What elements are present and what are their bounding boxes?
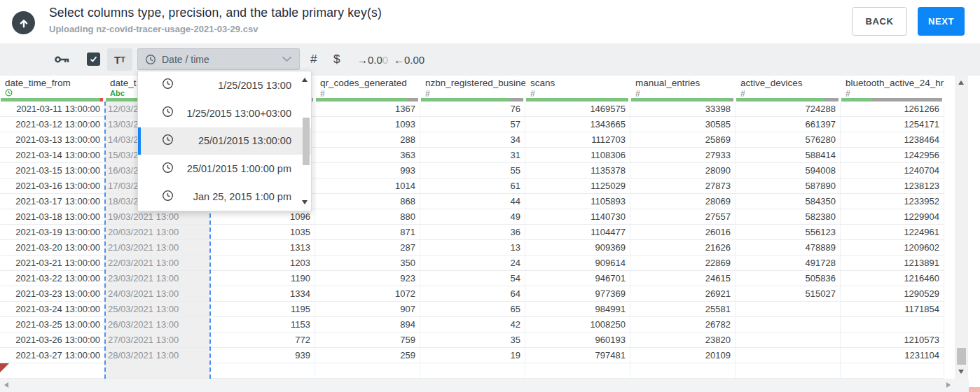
table-cell: 64 bbox=[420, 286, 525, 302]
table-cell bbox=[420, 363, 525, 379]
table-cell: 946701 bbox=[525, 271, 630, 286]
table-row bbox=[0, 363, 944, 379]
table-cell: 76 bbox=[420, 102, 525, 117]
primary-key-icon[interactable] bbox=[55, 43, 70, 76]
table-cell: 923 bbox=[315, 271, 420, 286]
datetime-column-icon bbox=[5, 89, 13, 98]
table-cell: 65 bbox=[420, 302, 525, 317]
table-cell bbox=[736, 348, 841, 363]
pad-decimals-left-button[interactable]: ←0.00 bbox=[394, 43, 425, 76]
pad-decimals-right-button[interactable]: →0.00 bbox=[357, 43, 388, 76]
table-cell: 556123 bbox=[736, 225, 841, 240]
page-title: Select columns type, precision, and the … bbox=[49, 6, 382, 20]
table-cell: 1195 bbox=[210, 302, 315, 317]
menu-scroll-up-arrow[interactable] bbox=[302, 78, 308, 82]
table-cell: 907 bbox=[315, 302, 420, 317]
table-cell: 977369 bbox=[525, 286, 630, 302]
table-row: 2021-03-23 13:00:0024/03/2021 13:0013341… bbox=[0, 286, 944, 302]
table-cell: 478889 bbox=[736, 240, 841, 255]
datetime-format-option[interactable]: 1/25/2015 13:00+03:00 bbox=[138, 99, 311, 127]
table-cell: 2021-03-22 13:00:00 bbox=[0, 271, 105, 286]
datetime-format-option[interactable]: Jan 25, 2015 1:00 pm bbox=[138, 183, 311, 211]
pad-decimals-right-label: →0.0 bbox=[357, 54, 382, 66]
clock-icon bbox=[162, 78, 174, 92]
table-cell: 960193 bbox=[525, 332, 630, 348]
scroll-right-arrow[interactable] bbox=[946, 382, 951, 388]
table-cell: 2021-03-23 13:00:00 bbox=[0, 286, 105, 302]
table-cell: 1108306 bbox=[525, 148, 630, 163]
table-cell: 1261266 bbox=[841, 102, 944, 117]
datetime-format-option[interactable]: 25/01/2015 13:00:00 bbox=[138, 127, 311, 155]
table-cell: 1238464 bbox=[841, 132, 944, 148]
table-cell: 772 bbox=[210, 332, 315, 348]
format-option-label: 1/25/2015 13:00+03:00 bbox=[186, 108, 291, 119]
table-cell: 1313 bbox=[210, 240, 315, 255]
table-cell: 24615 bbox=[630, 271, 736, 286]
table-cell bbox=[736, 363, 841, 379]
column-name: qr_codes_generated bbox=[315, 76, 420, 88]
table-cell: 584350 bbox=[736, 194, 841, 209]
table-cell: 27/03/2021 13:00 bbox=[105, 332, 210, 348]
table-cell: 42 bbox=[420, 317, 525, 332]
table-cell bbox=[736, 317, 841, 332]
number-column-glyph: # bbox=[320, 89, 325, 98]
table-cell: 894 bbox=[315, 317, 420, 332]
table-cell: 1242956 bbox=[841, 148, 944, 163]
column-header-manual_entries[interactable]: manual_entries# bbox=[630, 76, 736, 102]
vertical-scroll-thumb[interactable] bbox=[957, 348, 966, 365]
column-name: nzbn_registered_busine bbox=[420, 76, 525, 88]
currency-type-button[interactable]: $ bbox=[333, 43, 340, 76]
number-column-glyph: # bbox=[530, 89, 535, 98]
vertical-scrollbar[interactable] bbox=[955, 76, 968, 379]
horizontal-scrollbar[interactable] bbox=[0, 379, 969, 392]
menu-scroll-down-arrow[interactable] bbox=[302, 200, 308, 204]
clock-icon bbox=[162, 106, 174, 120]
scroll-up-arrow[interactable] bbox=[958, 80, 964, 85]
table-cell: 2021-03-21 13:00:00 bbox=[0, 255, 105, 271]
table-cell: 871 bbox=[315, 225, 420, 240]
table-cell: 1096 bbox=[210, 209, 315, 225]
column-header-active_devices[interactable]: active_devices# bbox=[736, 76, 841, 102]
table-cell: 724288 bbox=[736, 102, 841, 117]
upload-icon bbox=[12, 11, 35, 34]
table-cell: 1213891 bbox=[841, 255, 944, 271]
text-type-button[interactable]: TT bbox=[107, 48, 132, 71]
table-cell: 1014 bbox=[315, 178, 420, 194]
table-cell: 1469575 bbox=[525, 102, 630, 117]
datetime-format-option[interactable]: 1/25/2015 13:00 bbox=[138, 71, 311, 99]
table-cell: 1238123 bbox=[841, 178, 944, 194]
next-button[interactable]: NEXT bbox=[918, 7, 965, 36]
column-name: active_devices bbox=[736, 76, 841, 88]
column-header-nzbn_registered_busine[interactable]: nzbn_registered_busine# bbox=[420, 76, 525, 102]
datetime-format-option[interactable]: 25/01/2015 1:00:00 pm bbox=[138, 155, 311, 183]
table-cell: 25/03/2021 13:00 bbox=[105, 302, 210, 317]
back-button[interactable]: BACK bbox=[852, 7, 907, 36]
table-cell: 1125029 bbox=[525, 178, 630, 194]
number-column-glyph: # bbox=[846, 89, 850, 98]
table-cell: 2021-03-13 13:00:00 bbox=[0, 132, 105, 148]
datetime-format-dropdown[interactable]: Date / time bbox=[137, 48, 300, 70]
table-cell: 2021-03-12 13:00:00 bbox=[0, 117, 105, 132]
menu-scroll-thumb[interactable] bbox=[303, 118, 310, 165]
table-cell: 57 bbox=[420, 117, 525, 132]
column-header-bluetooth_active_24_hr_[interactable]: bluetooth_active_24_hr_# bbox=[841, 76, 944, 102]
table-cell: 26921 bbox=[630, 286, 736, 302]
table-cell: 25869 bbox=[630, 132, 736, 148]
column-header-scans[interactable]: scans# bbox=[525, 76, 630, 102]
table-cell: 491728 bbox=[736, 255, 841, 271]
table-row: 2021-03-18 13:00:0019/03/2021 13:0010968… bbox=[0, 209, 944, 225]
table-cell: 1233952 bbox=[841, 194, 944, 209]
format-option-label: 25/01/2015 1:00:00 pm bbox=[187, 163, 291, 174]
table-cell: 24 bbox=[420, 255, 525, 271]
scroll-left-arrow[interactable] bbox=[4, 382, 8, 388]
column-header-qr_codes_generated[interactable]: qr_codes_generated# bbox=[315, 76, 420, 102]
datetime-format-options: 1/25/2015 13:001/25/2015 13:00+03:0025/0… bbox=[138, 71, 311, 211]
table-cell: 27557 bbox=[630, 209, 736, 225]
table-row: 2021-03-26 13:00:0027/03/2021 13:0077275… bbox=[0, 332, 944, 348]
table-cell: 2021-03-18 13:00:00 bbox=[0, 209, 105, 225]
boolean-type-checkbox[interactable] bbox=[87, 52, 100, 66]
scroll-down-arrow[interactable] bbox=[958, 370, 964, 374]
column-header-date_time_from[interactable]: date_time_from bbox=[0, 76, 105, 102]
table-cell: 28069 bbox=[630, 194, 736, 209]
table-cell: 1231104 bbox=[841, 348, 944, 363]
